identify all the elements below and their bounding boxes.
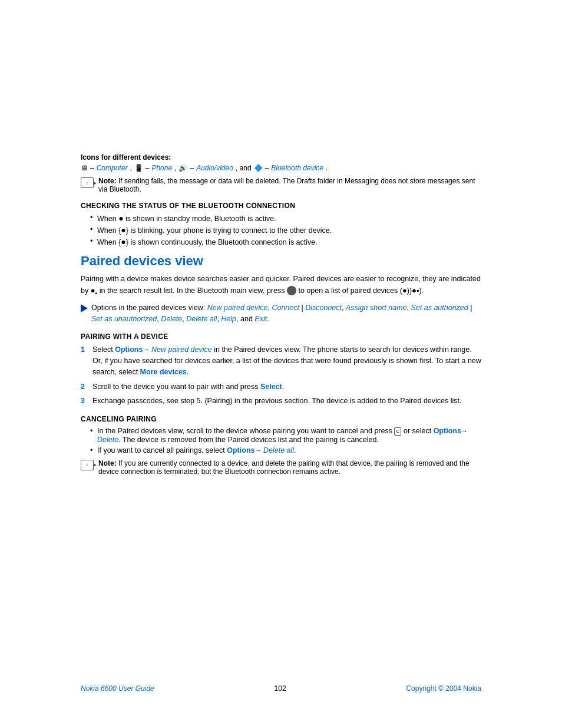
step-1-text: Select Options→ New paired device in the… bbox=[92, 344, 481, 377]
step-num-1: 1 bbox=[81, 344, 88, 377]
list-item: 3 Exchange passcodes, see step 5. (Pairi… bbox=[81, 396, 481, 407]
phone-icon: 📱 bbox=[134, 164, 143, 172]
dash3: – bbox=[190, 164, 194, 172]
list-item: In the Paired devices view, scroll to th… bbox=[90, 427, 481, 444]
pairing-heading: Pairing with a Device bbox=[81, 332, 481, 341]
list-item: When ● is shown in standby mode, Bluetoo… bbox=[90, 213, 481, 223]
footer: Nokia 6600 User Guide 102 Copyright © 20… bbox=[0, 684, 562, 693]
audio-link: Audio/video bbox=[196, 164, 233, 172]
phone-link: Phone bbox=[151, 164, 172, 172]
list-item: If you want to cancel all pairings, sele… bbox=[90, 446, 481, 454]
computer-icon: 🖥 bbox=[81, 164, 88, 172]
checking-bullets: When ● is shown in standby mode, Bluetoo… bbox=[81, 213, 481, 246]
list-item: 2 Scroll to the device you want to pair … bbox=[81, 381, 481, 393]
step-num-2: 2 bbox=[81, 381, 88, 393]
note-box-icons: i Note: If sending fails, the message or… bbox=[81, 177, 481, 193]
icons-row: 🖥 – Computer, 📱 – Phone, 🔊 – Audio/video… bbox=[81, 164, 481, 172]
options-triangle-icon bbox=[81, 304, 88, 312]
list-item: 1 Select Options→ New paired device in t… bbox=[81, 344, 481, 377]
note-text-icons: Note: If sending fails, the message or d… bbox=[98, 177, 481, 193]
step-num-3: 3 bbox=[81, 396, 88, 407]
note-icon: i bbox=[81, 177, 94, 188]
list-item: When {●} is shown continuously, the Blue… bbox=[90, 237, 481, 246]
footer-center: 102 bbox=[275, 684, 286, 693]
note-icon-cancel: i bbox=[81, 460, 94, 470]
options-line: Options in the paired devices view: New … bbox=[81, 302, 481, 325]
note-text-cancel: Note: If you are currently connected to … bbox=[98, 459, 481, 476]
dash2: – bbox=[146, 164, 150, 172]
canceling-section: Canceling Pairing In the Paired devices … bbox=[81, 415, 481, 476]
step-3-text: Exchange passcodes, see step 5. (Pairing… bbox=[92, 396, 462, 407]
checking-section: Checking the Status of the Bluetooth Con… bbox=[81, 202, 481, 246]
icons-label: Icons for different devices: bbox=[81, 153, 481, 162]
icons-section: Icons for different devices: 🖥 – Compute… bbox=[81, 153, 481, 193]
options-text: Options in the paired devices view: New … bbox=[91, 302, 481, 325]
dash1: – bbox=[90, 164, 94, 172]
step-2-text: Scroll to the device you want to pair wi… bbox=[92, 381, 284, 393]
canceling-bullets: In the Paired devices view, scroll to th… bbox=[81, 427, 481, 454]
paired-body: Pairing with a device makes device searc… bbox=[81, 274, 481, 298]
footer-left: Nokia 6600 User Guide bbox=[81, 684, 154, 693]
page-title: Paired devices view bbox=[81, 253, 481, 269]
pairing-steps: 1 Select Options→ New paired device in t… bbox=[81, 344, 481, 407]
list-item: When {●} is blinking, your phone is tryi… bbox=[90, 225, 481, 235]
computer-link: Computer bbox=[97, 164, 128, 172]
dash4: – bbox=[265, 164, 269, 172]
canceling-heading: Canceling Pairing bbox=[81, 415, 481, 423]
bt-link: Bluetooth device bbox=[271, 164, 323, 172]
audio-icon: 🔊 bbox=[178, 164, 187, 172]
paired-section: Paired devices view Pairing with a devic… bbox=[81, 253, 481, 324]
note-box-cancel: i Note: If you are currently connected t… bbox=[81, 459, 481, 476]
checking-heading: Checking the Status of the Bluetooth Con… bbox=[81, 202, 481, 210]
bt-icon: 🔷 bbox=[254, 164, 263, 172]
footer-right: Copyright © 2004 Nokia bbox=[406, 684, 481, 693]
pairing-section: Pairing with a Device 1 Select Options→ … bbox=[81, 332, 481, 407]
